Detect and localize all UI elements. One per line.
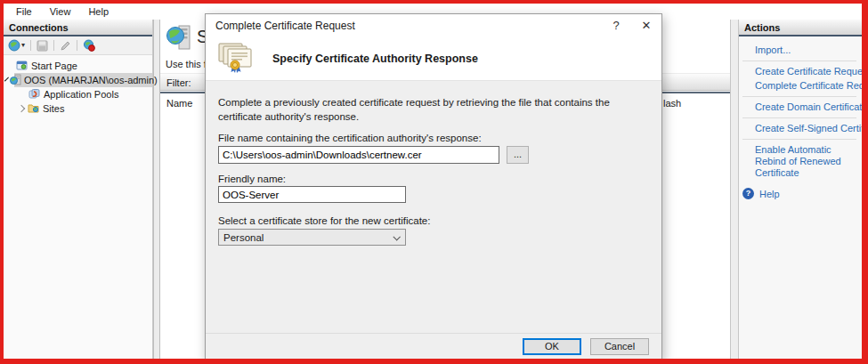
column-header-hash-partial[interactable]: lash	[663, 98, 681, 109]
connections-panel: Connections ▾	[4, 20, 153, 359]
file-name-label: File name containing the certification a…	[218, 133, 482, 143]
iis-manager-window: File View Help Connections ▾	[0, 0, 868, 364]
connections-toolbar: ▾	[4, 36, 152, 55]
edit-button[interactable]	[60, 40, 71, 52]
filter-label: Filter:	[166, 77, 191, 88]
cancel-button[interactable]: Cancel	[590, 338, 649, 355]
dialog-heading: Specify Certificate Authority Response	[272, 53, 478, 65]
connections-tree: Start Page OOS (MAHARJAN\oos-admin) Appl…	[4, 55, 152, 116]
dialog-description: Complete a previously created certificat…	[218, 95, 644, 124]
toolbar-divider	[30, 40, 31, 51]
expander-open-icon[interactable]	[4, 77, 9, 82]
tree-item-start-page[interactable]: Start Page	[4, 59, 152, 73]
tree-item-label: Application Pools	[44, 89, 118, 100]
column-header-name[interactable]: Name	[166, 98, 192, 109]
tree-item-server[interactable]: OOS (MAHARJAN\oos-admin)	[4, 73, 152, 87]
connect-to-server-button[interactable]: ▾	[8, 39, 25, 52]
ok-button[interactable]: OK	[523, 338, 581, 355]
toolbar-divider	[53, 40, 54, 51]
dialog-titlebar[interactable]: Complete Certificate Request ? ✕	[206, 14, 661, 36]
save-icon	[37, 40, 48, 52]
dropdown-caret-icon: ▾	[21, 42, 25, 49]
dialog-header: Specify Certificate Authority Response	[206, 36, 661, 81]
friendly-name-label: Friendly name:	[218, 174, 286, 184]
certificate-store-value: Personal	[223, 232, 264, 243]
friendly-name-input[interactable]	[218, 186, 406, 203]
menu-view[interactable]: View	[41, 5, 80, 18]
tree-item-label: Sites	[43, 103, 64, 114]
globe-stop-icon	[83, 39, 95, 52]
help-label: Help	[759, 189, 780, 199]
chevron-down-icon	[393, 233, 400, 240]
menu-help[interactable]: Help	[79, 5, 118, 18]
panel-splitter[interactable]	[153, 20, 160, 359]
dialog-footer: OK Cancel	[206, 333, 661, 360]
application-pools-icon	[28, 88, 41, 101]
tree-item-sites[interactable]: Sites	[4, 101, 152, 116]
actions-panel: Actions Import... Create Certificate Req…	[739, 20, 862, 359]
action-create-self-signed-certificate[interactable]: Create Self-Signed Certificate...	[755, 123, 858, 134]
connections-header: Connections	[4, 20, 152, 36]
expander-closed-icon[interactable]	[18, 105, 25, 112]
action-help[interactable]: ? Help	[742, 188, 858, 199]
globe-icon	[8, 39, 20, 52]
action-import[interactable]: Import...	[755, 44, 858, 56]
content-actions-divider	[730, 20, 739, 359]
start-page-icon	[16, 60, 28, 72]
tree-item-application-pools[interactable]: Application Pools	[4, 87, 152, 101]
menu-file[interactable]: File	[7, 5, 41, 18]
dialog-close-button[interactable]: ✕	[631, 19, 661, 32]
help-icon: ?	[742, 188, 754, 199]
certificate-store-select[interactable]: Personal	[218, 229, 406, 246]
file-name-input[interactable]	[218, 146, 499, 164]
certificates-stack-icon	[217, 40, 255, 77]
browse-button[interactable]: ...	[507, 146, 529, 164]
server-icon	[10, 74, 21, 86]
actions-separator	[742, 139, 856, 140]
complete-certificate-request-dialog: Complete Certificate Request ? ✕ Specify…	[205, 13, 662, 360]
sites-folder-icon	[28, 102, 40, 115]
server-certificates-icon	[166, 24, 192, 54]
disconnect-button[interactable]	[83, 39, 95, 52]
tree-item-label: OOS (MAHARJAN\oos-admin)	[24, 75, 158, 85]
tree-item-label: Start Page	[31, 61, 77, 71]
dialog-title: Complete Certificate Request	[206, 20, 601, 32]
actions-separator	[742, 96, 856, 97]
action-create-certificate-request[interactable]: Create Certificate Request...	[755, 66, 858, 77]
action-enable-automatic-rebind[interactable]: Enable Automatic Rebind of Renewed Certi…	[755, 144, 860, 179]
actions-separator	[742, 61, 856, 61]
dialog-body: Complete a previously created certificat…	[206, 81, 661, 333]
save-connections-button[interactable]	[37, 40, 48, 52]
certificate-store-label: Select a certificate store for the new c…	[218, 215, 430, 226]
pencil-icon	[60, 40, 71, 52]
actions-header: Actions	[739, 20, 862, 36]
actions-list: Import... Create Certificate Request... …	[739, 36, 862, 199]
toolbar-divider	[77, 40, 77, 51]
dialog-help-button[interactable]: ?	[601, 19, 631, 32]
action-create-domain-certificate[interactable]: Create Domain Certificate...	[755, 101, 858, 113]
actions-separator	[742, 117, 856, 118]
action-complete-certificate-request[interactable]: Complete Certificate Request...	[755, 80, 858, 92]
